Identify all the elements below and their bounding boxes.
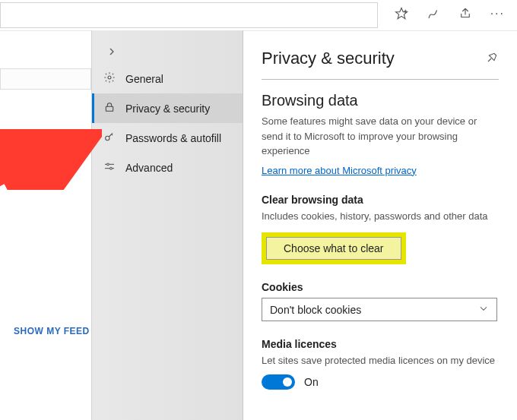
- back-chevron-icon[interactable]: [92, 41, 243, 64]
- cookies-select-value: Don't block cookies: [270, 304, 361, 316]
- browsing-data-heading: Browsing data: [262, 92, 499, 109]
- page-search-box[interactable]: [0, 68, 91, 90]
- sidebar-item-label: Passwords & autofill: [125, 132, 221, 144]
- svg-line-10: [488, 58, 491, 62]
- favorite-star-icon[interactable]: [395, 7, 408, 24]
- svg-point-3: [108, 76, 111, 79]
- chevron-down-icon: [478, 303, 489, 316]
- sidebar-item-general[interactable]: General: [92, 64, 243, 93]
- svg-point-7: [107, 163, 109, 166]
- address-bar[interactable]: [0, 2, 378, 28]
- page-title: Privacy & security: [262, 49, 395, 68]
- svg-point-5: [106, 136, 109, 140]
- sidebar-item-label: General: [125, 73, 163, 85]
- media-licences-toggle[interactable]: [262, 374, 295, 390]
- sidebar-item-label: Advanced: [125, 162, 173, 174]
- browsing-data-text: Some features might save data on your de…: [262, 114, 499, 159]
- sidebar-item-advanced[interactable]: Advanced: [92, 153, 243, 182]
- sliders-icon: [103, 160, 116, 175]
- learn-more-privacy-link[interactable]: Learn more about Microsoft privacy: [262, 165, 417, 176]
- sidebar-item-passwords-autofill[interactable]: Passwords & autofill: [92, 123, 243, 153]
- toggle-knob: [283, 377, 292, 387]
- clear-browsing-text: Includes cookies, history, passwords and…: [262, 209, 499, 224]
- gear-icon: [103, 71, 116, 86]
- more-icon[interactable]: ···: [490, 7, 505, 24]
- svg-rect-4: [106, 106, 113, 111]
- pin-icon[interactable]: [487, 51, 499, 66]
- svg-point-9: [110, 167, 113, 169]
- pen-icon[interactable]: [427, 7, 440, 24]
- media-licences-heading: Media licences: [262, 338, 499, 350]
- svg-marker-0: [395, 8, 407, 19]
- media-licences-text: Let sites save protected media licences …: [262, 353, 499, 368]
- cookies-heading: Cookies: [262, 281, 499, 293]
- cookies-select[interactable]: Don't block cookies: [262, 298, 497, 321]
- sidebar-item-label: Privacy & security: [125, 103, 210, 115]
- top-toolbar: ···: [0, 0, 517, 31]
- key-icon: [103, 131, 116, 145]
- sidebar-item-privacy-security[interactable]: Privacy & security: [92, 93, 243, 123]
- lock-icon: [103, 101, 116, 115]
- media-licences-toggle-state: On: [304, 376, 319, 388]
- show-my-feed-link[interactable]: SHOW MY FEED: [14, 326, 90, 336]
- page-body-left: SHOW MY FEED: [0, 30, 91, 420]
- settings-sidebar: General Privacy & security Passwords & a…: [91, 30, 243, 420]
- share-icon[interactable]: [458, 7, 472, 24]
- settings-detail-pane: Privacy & security Browsing data Some fe…: [243, 30, 517, 420]
- choose-what-to-clear-button[interactable]: Choose what to clear: [266, 237, 401, 260]
- clear-browsing-heading: Clear browsing data: [262, 194, 499, 206]
- annotation-highlight: Choose what to clear: [262, 232, 406, 264]
